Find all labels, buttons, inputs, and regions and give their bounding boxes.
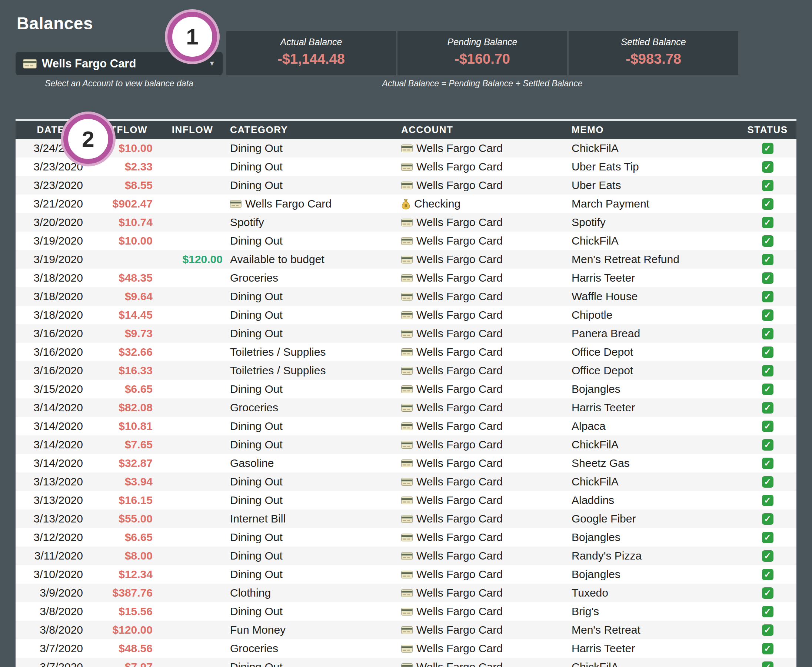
status-checked-icon[interactable]: ✓ (762, 365, 774, 377)
table-row[interactable]: 3/13/2020$16.15Dining OutWells Fargo Car… (16, 491, 796, 509)
status-checked-icon[interactable]: ✓ (762, 439, 774, 451)
status-checked-icon[interactable]: ✓ (762, 328, 774, 339)
table-row[interactable]: 3/19/2020$120.00Available to budgetWells… (16, 250, 796, 269)
status-checked-icon[interactable]: ✓ (762, 291, 774, 302)
cell-date: 3/12/2020 (16, 531, 86, 544)
table-row[interactable]: 3/9/2020$387.76ClothingWells Fargo CardT… (16, 584, 796, 602)
cell-category: Dining Out (229, 309, 400, 321)
table-row[interactable]: 3/10/2020$12.34Dining OutWells Fargo Car… (16, 565, 796, 584)
status-checked-icon[interactable]: ✓ (762, 421, 774, 432)
cell-category: Dining Out (229, 383, 400, 395)
table-row[interactable]: 3/13/2020$55.00Internet BillWells Fargo … (16, 509, 796, 528)
table-row[interactable]: 3/14/2020$32.87GasolineWells Fargo CardS… (16, 454, 796, 473)
cell-outflow: $14.45 (86, 309, 156, 321)
cell-date: 3/7/2020 (16, 661, 86, 667)
cell-account: Wells Fargo Card (400, 234, 570, 247)
credit-card-icon (401, 515, 413, 523)
cell-account: Wells Fargo Card (400, 642, 570, 655)
status-checked-icon[interactable]: ✓ (762, 309, 774, 321)
status-checked-icon[interactable]: ✓ (762, 587, 774, 599)
cell-account: Wells Fargo Card (400, 142, 570, 154)
table-row[interactable]: 3/18/2020$14.45Dining OutWells Fargo Car… (16, 306, 796, 324)
table-row[interactable]: 3/13/2020$3.94Dining OutWells Fargo Card… (16, 473, 796, 491)
table-row[interactable]: 3/21/2020$902.47Wells Fargo Card$Checkin… (16, 194, 796, 213)
cell-status: ✓ (739, 476, 796, 488)
column-header-memo[interactable]: MEMO (570, 124, 739, 136)
status-checked-icon[interactable]: ✓ (762, 217, 774, 228)
status-checked-icon[interactable]: ✓ (762, 198, 774, 210)
table-row[interactable]: 3/18/2020$9.64Dining OutWells Fargo Card… (16, 287, 796, 306)
status-checked-icon[interactable]: ✓ (762, 235, 774, 247)
status-checked-icon[interactable]: ✓ (762, 402, 774, 413)
column-header-account[interactable]: ACCOUNT (400, 124, 570, 136)
cell-outflow: $387.76 (86, 587, 156, 599)
status-checked-icon[interactable]: ✓ (762, 143, 774, 154)
status-checked-icon[interactable]: ✓ (762, 383, 774, 395)
status-checked-icon[interactable]: ✓ (762, 347, 774, 358)
status-checked-icon[interactable]: ✓ (762, 569, 774, 580)
table-row[interactable]: 3/12/2020$6.65Dining OutWells Fargo Card… (16, 528, 796, 547)
cell-outflow: $6.65 (86, 383, 156, 395)
status-checked-icon[interactable]: ✓ (762, 513, 774, 525)
credit-card-icon (401, 219, 413, 226)
status-checked-icon[interactable]: ✓ (762, 606, 774, 617)
status-checked-icon[interactable]: ✓ (762, 476, 774, 488)
table-row[interactable]: 3/15/2020$6.65Dining OutWells Fargo Card… (16, 380, 796, 398)
table-row[interactable]: 3/8/2020$15.56Dining OutWells Fargo Card… (16, 602, 796, 621)
credit-card-icon (230, 200, 242, 208)
status-checked-icon[interactable]: ✓ (762, 624, 774, 636)
cell-category: Gasoline (229, 457, 400, 470)
status-checked-icon[interactable]: ✓ (762, 550, 774, 562)
cell-category: Dining Out (229, 234, 400, 247)
cell-account: Wells Fargo Card (400, 309, 570, 321)
cell-date: 3/10/2020 (16, 568, 86, 581)
status-checked-icon[interactable]: ✓ (762, 180, 774, 191)
cell-memo: Panera Bread (570, 327, 739, 340)
cell-account: Wells Fargo Card (400, 438, 570, 451)
annotation-badge-1: 1 (167, 12, 217, 61)
column-header-category[interactable]: CATEGORY (229, 124, 400, 136)
table-row[interactable]: 3/8/2020$120.00Fun MoneyWells Fargo Card… (16, 621, 796, 639)
cell-memo: Bojangles (570, 568, 739, 581)
cell-memo: Harris Teeter (570, 401, 739, 414)
cell-account: Wells Fargo Card (400, 401, 570, 414)
table-row[interactable]: 3/16/2020$16.33Toiletries / SuppliesWell… (16, 361, 796, 380)
table-row[interactable]: 3/23/2020$8.55Dining OutWells Fargo Card… (16, 176, 796, 194)
cell-date: 3/21/2020 (16, 197, 86, 210)
status-checked-icon[interactable]: ✓ (762, 532, 774, 543)
table-row[interactable]: 3/16/2020$32.66Toiletries / SuppliesWell… (16, 343, 796, 361)
cell-memo: Bojangles (570, 531, 739, 544)
balances-screen: Balances Wells Fargo Card ▼ Select an Ac… (0, 0, 812, 667)
cell-outflow: $48.56 (86, 642, 156, 655)
cell-status: ✓ (739, 439, 796, 451)
table-row[interactable]: 3/19/2020$10.00Dining OutWells Fargo Car… (16, 232, 796, 250)
status-checked-icon[interactable]: ✓ (762, 161, 774, 173)
credit-card-icon (401, 293, 413, 300)
table-row[interactable]: 3/24/2020$10.00Dining OutWells Fargo Car… (16, 139, 796, 158)
status-checked-icon[interactable]: ✓ (762, 254, 774, 265)
status-checked-icon[interactable]: ✓ (762, 272, 774, 284)
cell-category: Groceries (229, 272, 400, 284)
cell-date: 3/19/2020 (16, 234, 86, 247)
table-row[interactable]: 3/14/2020$7.65Dining OutWells Fargo Card… (16, 435, 796, 454)
table-row[interactable]: 3/11/2020$8.00Dining OutWells Fargo Card… (16, 547, 796, 565)
table-row[interactable]: 3/23/2020$2.33Dining OutWells Fargo Card… (16, 158, 796, 176)
status-checked-icon[interactable]: ✓ (762, 495, 774, 506)
table-row[interactable]: 3/7/2020$48.56GroceriesWells Fargo CardH… (16, 639, 796, 658)
status-checked-icon[interactable]: ✓ (762, 662, 774, 667)
table-row[interactable]: 3/14/2020$82.08GroceriesWells Fargo Card… (16, 398, 796, 417)
table-row[interactable]: 3/16/2020$9.73Dining OutWells Fargo Card… (16, 324, 796, 343)
column-header-inflow[interactable]: INFLOW (156, 124, 229, 136)
cell-date: 3/13/2020 (16, 494, 86, 506)
status-checked-icon[interactable]: ✓ (762, 643, 774, 654)
status-checked-icon[interactable]: ✓ (762, 458, 774, 469)
cell-status: ✓ (739, 347, 796, 358)
column-header-status[interactable]: STATUS (739, 124, 796, 136)
table-row[interactable]: 3/18/2020$48.35GroceriesWells Fargo Card… (16, 269, 796, 287)
cell-inflow: $120.00 (156, 253, 229, 266)
table-row[interactable]: 3/14/2020$10.81Dining OutWells Fargo Car… (16, 417, 796, 435)
cell-status: ✓ (739, 143, 796, 154)
table-row[interactable]: 3/7/2020$7.97Dining OutWells Fargo CardC… (16, 658, 796, 667)
cell-memo: Waffle House (570, 290, 739, 303)
table-row[interactable]: 3/20/2020$10.74SpotifyWells Fargo CardSp… (16, 213, 796, 232)
